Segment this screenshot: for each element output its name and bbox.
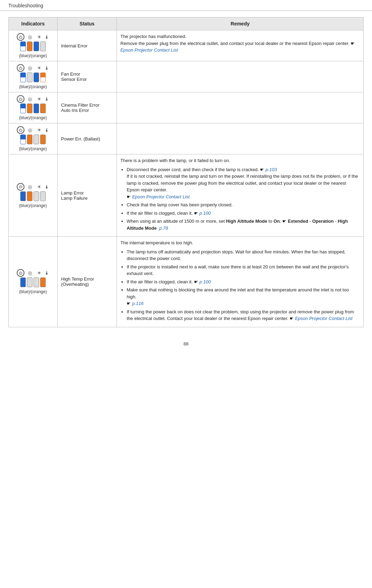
led-4 bbox=[40, 41, 46, 51]
table-row: ⏻ ◎ ☀ 🌡 (blue)/(orange) bbox=[9, 123, 364, 154]
temp-icon: 🌡 bbox=[44, 96, 49, 102]
led-3 bbox=[34, 104, 39, 113]
col-header-status: Status bbox=[58, 17, 117, 30]
led-3 bbox=[34, 41, 39, 51]
page-header: Troubleshooting bbox=[0, 0, 372, 11]
col-header-remedy: Remedy bbox=[117, 17, 364, 30]
led-2 bbox=[27, 41, 32, 51]
led-4 bbox=[40, 72, 46, 82]
led-1 bbox=[20, 104, 26, 113]
led-2 bbox=[27, 277, 32, 287]
table-row: ⏻ ◎ ☀ 🌡 (blue)/(orange) bbox=[9, 237, 364, 327]
led-1 bbox=[20, 72, 26, 82]
table-row: ⏻ ◎ ☀ 🌡 bbox=[9, 30, 364, 61]
sun-icon: ☀ bbox=[36, 33, 43, 40]
indicator-cell-4: ⏻ ◎ ☀ 🌡 (blue)/(orange) bbox=[9, 123, 58, 154]
power-icon: ⏻ bbox=[17, 183, 24, 191]
power-icon: ⏻ bbox=[17, 126, 24, 134]
page-number: 88 bbox=[0, 336, 372, 352]
indicator-label-1: (blue)/(orange) bbox=[19, 53, 47, 58]
indicator-label-5: (blue)/(orange) bbox=[19, 203, 47, 208]
led-4 bbox=[40, 104, 46, 113]
page-title: Troubleshooting bbox=[8, 3, 43, 8]
led-4 bbox=[40, 191, 46, 201]
sun-icon: ☀ bbox=[36, 96, 43, 102]
status-cell-4: Power Err. (Ballast) bbox=[58, 123, 117, 154]
temp-icon: 🌡 bbox=[44, 127, 49, 133]
sun-icon: ☀ bbox=[36, 269, 43, 276]
p100-link-5[interactable]: p.100 bbox=[200, 211, 211, 216]
p116-link[interactable]: p.116 bbox=[132, 301, 144, 306]
sun-icon: ☀ bbox=[36, 127, 43, 133]
wifi-icon: ◎ bbox=[26, 270, 34, 276]
p103-link[interactable]: p.103 bbox=[266, 167, 277, 172]
led-3 bbox=[34, 135, 39, 144]
p100-link-6[interactable]: p.100 bbox=[200, 279, 211, 284]
temp-icon: 🌡 bbox=[44, 183, 49, 190]
remedy-text-6: The internal temperature is too high. Th… bbox=[120, 239, 360, 322]
epson-contact-link-5[interactable]: Epson Projector Contact List bbox=[132, 194, 190, 199]
sun-icon: ☀ bbox=[36, 183, 43, 190]
indicator-cell-3: ⏻ ◎ ☀ 🌡 (blue)/(orange) bbox=[9, 92, 58, 123]
led-3 bbox=[34, 277, 39, 287]
status-cell-6: High Temp Error (Overheating) bbox=[58, 237, 117, 327]
status-text-4: Power Err. (Ballast) bbox=[61, 136, 100, 142]
page-content: Indicators Status Remedy ⏻ ◎ ☀ bbox=[0, 11, 372, 336]
remedy-cell-4 bbox=[117, 123, 364, 154]
table-row: ⏻ ◎ ☀ 🌡 (blue)/(orange) bbox=[9, 154, 364, 237]
led-2 bbox=[27, 72, 32, 82]
remedy-text-5: There is a problem with the lamp, or it … bbox=[120, 157, 360, 231]
power-icon: ⏻ bbox=[17, 33, 24, 41]
status-text-5b: Lamp Failure bbox=[61, 196, 88, 201]
remedy-cell-2 bbox=[117, 61, 364, 92]
led-3 bbox=[34, 191, 39, 201]
remedy-cell-5: There is a problem with the lamp, or it … bbox=[117, 154, 364, 237]
p78-link[interactable]: p.78 bbox=[159, 226, 168, 231]
status-cell-1: Internal Error bbox=[58, 30, 117, 61]
status-text-6b: (Overheating) bbox=[61, 282, 89, 287]
status-cell-5: Lamp Error Lamp Failure bbox=[58, 154, 117, 237]
table-row: ⏻ ◎ ☀ 🌡 (blue)/(orange) bbox=[9, 92, 364, 123]
temp-icon: 🌡 bbox=[44, 64, 49, 71]
troubleshooting-table: Indicators Status Remedy ⏻ ◎ ☀ bbox=[8, 17, 364, 327]
epson-contact-link-6[interactable]: Epson Projector Contact List bbox=[295, 316, 352, 321]
sun-icon: ☀ bbox=[36, 64, 43, 71]
indicator-cell-2: ⏻ ◎ ☀ 🌡 (blue)/(orange) bbox=[9, 61, 58, 92]
status-text-3a: Cinema Filter Error bbox=[61, 102, 99, 108]
temp-icon: 🌡 bbox=[44, 33, 49, 40]
led-4 bbox=[40, 277, 46, 287]
power-icon: ⏻ bbox=[17, 64, 24, 72]
status-text-2a: Fan Error bbox=[61, 71, 80, 77]
led-2 bbox=[27, 191, 32, 201]
led-2 bbox=[27, 135, 32, 144]
led-2 bbox=[27, 104, 32, 113]
indicator-cell-6: ⏻ ◎ ☀ 🌡 (blue)/(orange) bbox=[9, 237, 58, 327]
indicator-label-3: (blue)/(orange) bbox=[19, 115, 47, 120]
indicator-cell-5: ⏻ ◎ ☀ 🌡 (blue)/(orange) bbox=[9, 154, 58, 237]
led-4 bbox=[40, 135, 46, 144]
wifi-icon: ◎ bbox=[26, 127, 34, 133]
wifi-icon: ◎ bbox=[26, 184, 34, 190]
status-text-1: Internal Error bbox=[61, 43, 88, 48]
status-text-3b: Auto Iris Error bbox=[61, 108, 89, 113]
indicator-label-6: (blue)/(orange) bbox=[19, 289, 47, 294]
indicator-label-2: (blue)/(orange) bbox=[19, 84, 47, 89]
led-1 bbox=[20, 191, 26, 201]
remedy-cell-3 bbox=[117, 92, 364, 123]
indicator-cell-1: ⏻ ◎ ☀ 🌡 bbox=[9, 30, 58, 61]
wifi-icon: ◎ bbox=[26, 96, 34, 102]
remedy-text-1: The projector has malfunctioned. Remove … bbox=[120, 33, 360, 54]
remedy-cell-1: The projector has malfunctioned. Remove … bbox=[117, 30, 364, 61]
wifi-icon: ◎ bbox=[26, 34, 34, 40]
indicator-label-4: (blue)/(orange) bbox=[19, 146, 47, 151]
table-row: ⏻ ◎ ☀ 🌡 (blue)/(orange) bbox=[9, 61, 364, 92]
remedy-cell-6: The internal temperature is too high. Th… bbox=[117, 237, 364, 327]
led-1 bbox=[20, 277, 26, 287]
status-text-6a: High Temp Error bbox=[61, 276, 94, 282]
epson-contact-link-1[interactable]: Epson Projector Contact List bbox=[120, 47, 178, 53]
led-3 bbox=[34, 72, 39, 82]
led-1 bbox=[20, 41, 26, 51]
led-1 bbox=[20, 135, 26, 144]
status-text-5a: Lamp Error bbox=[61, 190, 84, 196]
wifi-icon: ◎ bbox=[26, 65, 34, 71]
